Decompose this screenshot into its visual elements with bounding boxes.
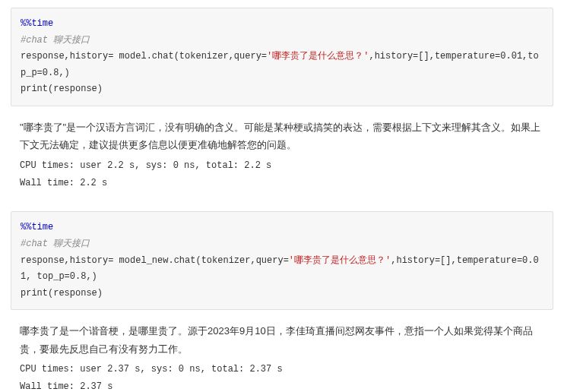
cell1-string: '哪李贵了是什么意思？' [267,51,369,62]
cell2-comment: #chat 聊天接口 [21,239,90,249]
out1-wall: Wall time: 2.2 s [20,178,107,188]
cell1-print: print(response) [21,84,103,94]
output-cell-1: "哪李贵了"是一个汉语方言词汇，没有明确的含义。可能是某种梗或搞笑的表达，需要根… [11,117,553,199]
cell1-magic: %%time [21,18,53,29]
out1-text: "哪李贵了"是一个汉语方言词汇，没有明确的含义。可能是某种梗或搞笑的表达，需要根… [20,119,544,154]
cell2-print: print(response) [21,288,103,299]
out1-cpu: CPU times: user 2.2 s, sys: 0 ns, total:… [20,160,271,171]
output-cell-2: 哪李贵了是一个谐音梗，是哪里贵了。源于2023年9月10日，李佳琦直播间怼网友事… [11,321,553,392]
out2-wall: Wall time: 2.37 s [20,381,112,392]
code-cell-1: %%time #chat 聊天接口 response,history= mode… [11,8,553,106]
cell2-magic: %%time [21,222,53,232]
cell2-line1a: response,history= model_new.chat(tokeniz… [21,255,289,266]
code-cell-2: %%time #chat 聊天接口 response,history= mode… [11,211,553,310]
out2-text: 哪李贵了是一个谐音梗，是哪里贵了。源于2023年9月10日，李佳琦直播间怼网友事… [20,322,544,358]
out2-cpu: CPU times: user 2.37 s, sys: 0 ns, total… [20,364,283,375]
cell2-string: '哪李贵了是什么意思？' [289,255,391,266]
cell1-comment: #chat 聊天接口 [21,35,90,46]
cell1-line1a: response,history= model.chat(tokenizer,q… [21,51,267,62]
